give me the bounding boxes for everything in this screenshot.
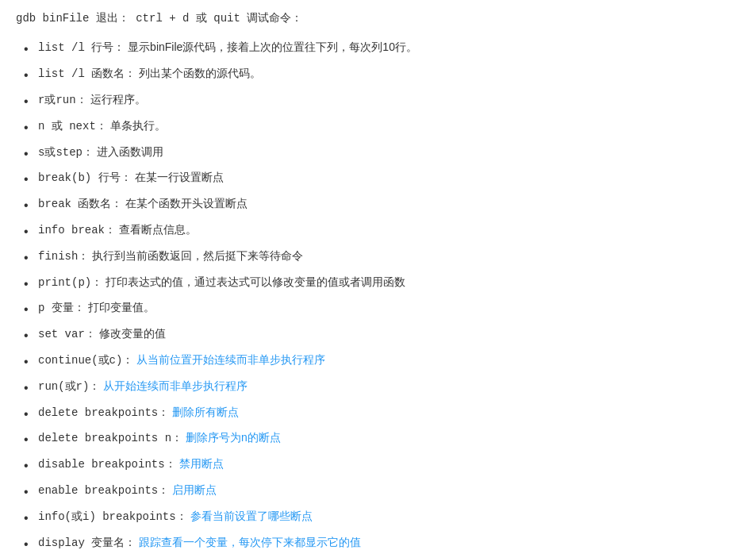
cmd-text: list /l 函数名：	[38, 67, 136, 80]
desc-text: 打印变量值。	[88, 301, 155, 313]
list-item: list /l 行号： 显示binFile源代码，接着上次的位置往下列，每次列1…	[16, 38, 740, 58]
list-item: break(b) 行号： 在某一行设置断点	[16, 168, 740, 188]
desc-text: 列出某个函数的源代码。	[139, 67, 261, 79]
list-item: info(或i) breakpoints： 参看当前设置了哪些断点	[16, 507, 740, 527]
list-item: p 变量： 打印变量值。	[16, 298, 740, 318]
list-item: run(或r)： 从开始连续而非单步执行程序	[16, 377, 740, 397]
list-item: s或step： 进入函数调用	[16, 143, 740, 163]
desc-text: 运行程序。	[90, 93, 146, 106]
list-item: break 函数名： 在某个函数开头设置断点	[16, 194, 740, 214]
cmd-text: info(或i) breakpoints：	[38, 510, 187, 523]
cmd-text: list /l 行号：	[38, 41, 125, 54]
desc-text: 删除序号为n的断点	[186, 431, 281, 444]
desc-text: 从当前位置开始连续而非单步执行程序	[136, 353, 325, 366]
cmd-text: p 变量：	[38, 302, 85, 314]
cmd-text: continue(或c)：	[38, 354, 133, 367]
list-item: set var： 修改变量的值	[16, 325, 740, 344]
cmd-text: print(p)：	[38, 276, 102, 289]
cmd-text: break(b) 行号：	[38, 171, 132, 184]
list-item: delete breakpoints： 删除所有断点	[16, 403, 740, 423]
header-text: gdb binFile 退出： ctrl + d 或 quit 调试命令：	[16, 12, 302, 25]
cmd-text: n 或 next：	[38, 120, 107, 133]
cmd-text: break 函数名：	[38, 198, 122, 210]
header-line: gdb binFile 退出： ctrl + d 或 quit 调试命令：	[16, 10, 740, 27]
desc-text: 显示binFile源代码，接着上次的位置往下列，每次列10行。	[128, 40, 417, 53]
desc-text: 参看当前设置了哪些断点	[190, 510, 313, 522]
list-item: display 变量名： 跟踪查看一个变量，每次停下来都显示它的值	[16, 533, 740, 550]
desc-text: 禁用断点	[179, 457, 224, 470]
list-item: enable breakpoints： 启用断点	[16, 481, 740, 501]
cmd-text: delete breakpoints：	[38, 406, 169, 419]
command-list: list /l 行号： 显示binFile源代码，接着上次的位置往下列，每次列1…	[16, 38, 740, 550]
desc-text: 从开始连续而非单步执行程序	[103, 379, 248, 392]
cmd-text: run(或r)：	[38, 380, 100, 393]
desc-text: 查看断点信息。	[119, 223, 197, 236]
page-container: gdb binFile 退出： ctrl + d 或 quit 调试命令： li…	[0, 0, 756, 550]
desc-text: 单条执行。	[110, 119, 166, 132]
list-item: disable breakpoints： 禁用断点	[16, 455, 740, 475]
cmd-text: display 变量名：	[38, 537, 136, 549]
desc-text: 启用断点	[172, 483, 217, 496]
list-item: info break： 查看断点信息。	[16, 221, 740, 240]
list-item: list /l 函数名： 列出某个函数的源代码。	[16, 64, 740, 84]
desc-text: 进入函数调用	[97, 145, 163, 158]
desc-text: 跟踪查看一个变量，每次停下来都显示它的值	[139, 536, 361, 548]
desc-text: 在某个函数开头设置断点	[125, 197, 248, 210]
cmd-text: disable breakpoints：	[38, 458, 176, 471]
desc-text: 修改变量的值	[99, 327, 166, 340]
list-item: continue(或c)： 从当前位置开始连续而非单步执行程序	[16, 351, 740, 371]
list-item: r或run： 运行程序。	[16, 90, 740, 110]
desc-text: 打印表达式的值，通过表达式可以修改变量的值或者调用函数	[106, 275, 405, 288]
list-item: delete breakpoints n： 删除序号为n的断点	[16, 429, 740, 448]
list-item: n 或 next： 单条执行。	[16, 117, 740, 137]
desc-text: 删除所有断点	[172, 406, 239, 418]
cmd-text: info break：	[38, 224, 116, 237]
cmd-text: enable breakpoints：	[38, 484, 169, 497]
cmd-text: finish：	[38, 250, 89, 263]
cmd-text: delete breakpoints n：	[38, 432, 182, 444]
cmd-text: set var：	[38, 328, 96, 340]
desc-text: 在某一行设置断点	[135, 171, 224, 183]
list-item: finish： 执行到当前函数返回，然后挺下来等待命令	[16, 247, 740, 267]
list-item: print(p)： 打印表达式的值，通过表达式可以修改变量的值或者调用函数	[16, 273, 740, 293]
desc-text: 执行到当前函数返回，然后挺下来等待命令	[92, 249, 303, 262]
cmd-text: r或run：	[38, 94, 87, 106]
cmd-text: s或step：	[38, 146, 94, 159]
